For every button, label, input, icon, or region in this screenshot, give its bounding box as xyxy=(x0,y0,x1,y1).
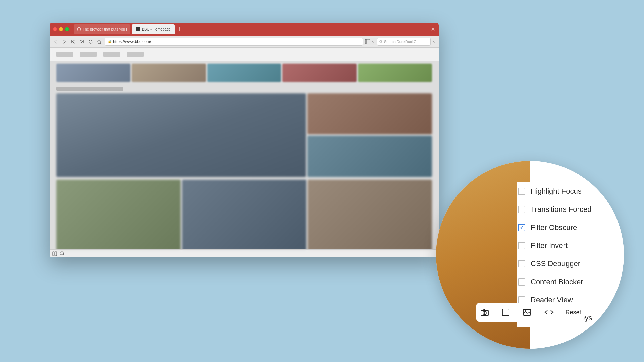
camera-icon xyxy=(481,309,489,316)
svg-line-13 xyxy=(382,42,383,43)
checkbox-transitions-forced[interactable] xyxy=(518,206,525,213)
bbc-nav-item xyxy=(103,52,120,57)
home-button[interactable] xyxy=(96,38,103,45)
skip-forward-button[interactable] xyxy=(78,38,85,45)
address-text: https://www.bbc.com/ xyxy=(113,39,151,44)
svg-rect-21 xyxy=(502,309,509,316)
menu-item-filter-invert: Filter Invert xyxy=(517,237,610,255)
menu-item-transitions-forced: Transitions Forced xyxy=(517,200,610,219)
bbc-nav-item xyxy=(80,52,97,57)
chevron-down-icon[interactable] xyxy=(372,40,375,43)
cloud-icon xyxy=(60,251,64,256)
window-close-button[interactable] xyxy=(431,27,435,32)
svg-rect-22 xyxy=(523,309,531,315)
reset-button[interactable]: Reset xyxy=(567,306,579,318)
status-icon-2 xyxy=(60,251,64,256)
forward-icon xyxy=(63,39,66,44)
code-icon xyxy=(544,309,554,316)
bbc-nav-item xyxy=(127,52,144,57)
svg-point-20 xyxy=(487,311,487,312)
skip-back-button[interactable] xyxy=(70,38,76,45)
frame-button[interactable] xyxy=(502,306,509,318)
svg-point-23 xyxy=(525,310,526,312)
new-tab-button[interactable] xyxy=(176,25,183,33)
featured-item-1 xyxy=(56,64,130,82)
frame-icon xyxy=(502,309,509,316)
bbc-bottom-row xyxy=(50,178,439,252)
bbc-nav-item xyxy=(56,52,73,57)
refresh-button[interactable] xyxy=(87,38,94,45)
close-icon xyxy=(431,27,435,31)
code-button[interactable] xyxy=(544,306,554,318)
menu-item-filter-obscure: ✓ Filter Obscure xyxy=(517,219,610,237)
tab-bar: The browser that puts you i BBC - Homepa… xyxy=(74,24,435,34)
refresh-icon xyxy=(88,39,93,44)
label-css-debugger: CSS Debugger xyxy=(531,259,580,268)
screenshot-button[interactable] xyxy=(481,306,489,318)
featured-item-2 xyxy=(132,64,206,82)
bbc-side-article-2 xyxy=(307,136,432,177)
bbc-side-articles xyxy=(307,93,432,177)
bbc-side-article-1 xyxy=(307,93,432,134)
search-icon xyxy=(379,40,383,43)
close-button[interactable] xyxy=(53,27,57,31)
forward-button[interactable] xyxy=(61,38,68,45)
bbc-bottom-item-2 xyxy=(182,180,307,251)
svg-rect-14 xyxy=(53,252,54,256)
svg-rect-10 xyxy=(365,39,370,44)
title-bar: The browser that puts you i BBC - Homepa… xyxy=(50,23,439,36)
featured-item-5 xyxy=(358,64,432,82)
checkbox-content-blocker[interactable] xyxy=(518,278,525,286)
bbc-content-grid xyxy=(50,93,439,177)
bbc-bottom-item-3 xyxy=(308,180,432,251)
nav-right-controls xyxy=(365,39,375,44)
label-filter-invert: Filter Invert xyxy=(531,241,568,250)
bbc-headline xyxy=(50,84,439,93)
browser-content xyxy=(50,48,439,257)
skip-back-icon xyxy=(71,39,75,44)
bbc-bottom-item-1 xyxy=(56,180,181,251)
label-content-blocker: Content Blocker xyxy=(531,278,583,286)
circle-toolbar: Reset xyxy=(476,303,584,322)
bbc-featured-row xyxy=(50,61,439,84)
checkbox-filter-obscure[interactable]: ✓ xyxy=(518,224,525,231)
back-button[interactable] xyxy=(52,38,59,45)
checkbox-reader-view[interactable] xyxy=(518,296,525,304)
menu-item-highlight-focus: Highlight Focus xyxy=(517,182,610,200)
svg-rect-19 xyxy=(483,309,485,311)
bbc-header xyxy=(50,48,439,61)
label-highlight-focus: Highlight Focus xyxy=(531,187,582,196)
bbc-favicon xyxy=(136,27,140,31)
bbc-tab-label: BBC - Homepage xyxy=(142,27,171,31)
tab-privacy[interactable]: The browser that puts you i xyxy=(74,24,130,34)
lock-icon: 🔒 xyxy=(108,40,112,43)
bbc-main-article xyxy=(56,93,306,177)
tab-bbc[interactable]: BBC - Homepage xyxy=(132,24,175,34)
checkbox-highlight-focus[interactable] xyxy=(518,188,525,195)
privacy-tab-label: The browser that puts you i xyxy=(83,27,127,31)
reset-label: Reset xyxy=(565,309,581,316)
nav-bar: 🔒 https://www.bbc.com/ Search DuckDuckG xyxy=(50,36,439,48)
browser-window: The browser that puts you i BBC - Homepa… xyxy=(50,23,439,257)
traffic-lights xyxy=(53,27,69,31)
sidebar-icon[interactable] xyxy=(365,39,370,44)
privacy-icon xyxy=(77,27,81,31)
checkbox-filter-invert[interactable] xyxy=(518,242,525,249)
search-bar[interactable]: Search DuckDuckG xyxy=(377,38,431,46)
menu-item-content-blocker: Content Blocker xyxy=(517,273,610,291)
address-bar[interactable]: 🔒 https://www.bbc.com/ xyxy=(105,38,363,46)
minimize-button[interactable] xyxy=(59,27,63,31)
image-button[interactable] xyxy=(523,306,531,318)
scene: The browser that puts you i BBC - Homepa… xyxy=(0,0,644,362)
maximize-button[interactable] xyxy=(65,27,69,31)
svg-point-12 xyxy=(380,40,382,42)
status-bar xyxy=(50,249,439,257)
circle-popup: Highlight Focus Transitions Forced ✓ Fil… xyxy=(436,161,624,349)
menu-item-css-debugger: CSS Debugger xyxy=(517,255,610,273)
featured-item-4 xyxy=(282,64,357,82)
back-icon xyxy=(54,39,57,44)
image-icon xyxy=(523,309,531,316)
status-icon-1 xyxy=(52,251,57,256)
checkbox-css-debugger[interactable] xyxy=(518,260,525,267)
search-dropdown-icon[interactable] xyxy=(433,40,436,43)
